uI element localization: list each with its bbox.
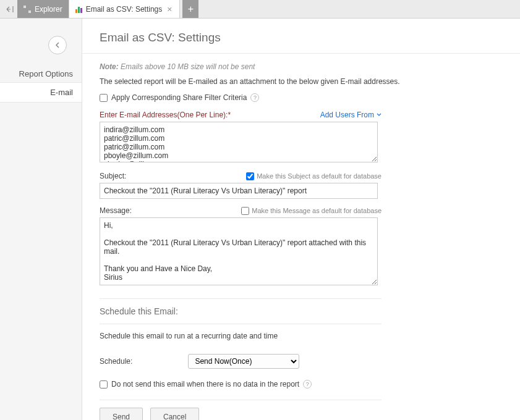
back-button[interactable] bbox=[48, 36, 67, 54]
send-button[interactable]: Send bbox=[100, 408, 143, 420]
sidebar-item-email[interactable]: E-mail bbox=[0, 82, 82, 103]
nodata-label: Do not send this email when there is no … bbox=[111, 380, 299, 388]
tab-label: Explorer bbox=[35, 5, 62, 14]
sidebar: Report Options E-mail bbox=[0, 19, 82, 420]
message-default-checkbox[interactable] bbox=[241, 207, 249, 215]
subject-default-label: Make this Subject as default for databas… bbox=[257, 172, 381, 180]
apply-filter-label: Apply Corresponding Share Filter Criteri… bbox=[111, 93, 247, 102]
schedule-select[interactable]: Send Now(Once) bbox=[188, 354, 299, 369]
schedule-info: Schedule this email to run at a recurrin… bbox=[100, 332, 503, 340]
page-title: Email as CSV: Settings bbox=[100, 31, 503, 44]
main-panel: Email as CSV: Settings Note: Emails abov… bbox=[82, 19, 520, 420]
note-text: Note: Emails above 10 MB size will not b… bbox=[100, 62, 503, 71]
add-users-from-dropdown[interactable]: Add Users From bbox=[320, 111, 381, 119]
tab-explorer[interactable]: Explorer bbox=[17, 0, 69, 18]
info-text: The selected report will be E-mailed as … bbox=[100, 77, 503, 86]
apply-filter-checkbox[interactable] bbox=[100, 94, 108, 102]
schedule-label: Schedule: bbox=[100, 357, 132, 366]
subject-default-checkbox[interactable] bbox=[246, 172, 254, 180]
close-icon[interactable]: × bbox=[166, 4, 173, 14]
schedule-section-title: Schedule this Email: bbox=[100, 306, 503, 316]
email-addresses-input[interactable] bbox=[100, 122, 378, 162]
tab-email-csv-settings[interactable]: Email as CSV: Settings × bbox=[69, 0, 181, 18]
email-addresses-label: Enter E-mail Addresses(One Per Line):* bbox=[100, 111, 231, 119]
chart-icon bbox=[75, 6, 82, 13]
nodata-checkbox[interactable] bbox=[100, 380, 108, 388]
tree-icon bbox=[23, 6, 31, 13]
add-tab-button[interactable]: + bbox=[182, 0, 198, 18]
tab-label: Email as CSV: Settings bbox=[86, 5, 163, 14]
chevron-down-icon bbox=[377, 113, 381, 117]
cancel-button[interactable]: Cancel bbox=[150, 408, 199, 420]
top-tab-bar: Explorer Email as CSV: Settings × + bbox=[0, 0, 520, 19]
message-default-label: Make this Message as default for databas… bbox=[252, 207, 381, 214]
help-icon[interactable]: ? bbox=[303, 380, 312, 388]
message-label: Message: bbox=[100, 206, 132, 215]
subject-input[interactable] bbox=[100, 183, 378, 199]
message-input[interactable] bbox=[100, 217, 378, 285]
collapse-icon[interactable] bbox=[2, 0, 17, 18]
sidebar-heading: Report Options bbox=[0, 65, 82, 82]
help-icon[interactable]: ? bbox=[250, 93, 259, 102]
subject-label: Subject: bbox=[100, 172, 126, 180]
